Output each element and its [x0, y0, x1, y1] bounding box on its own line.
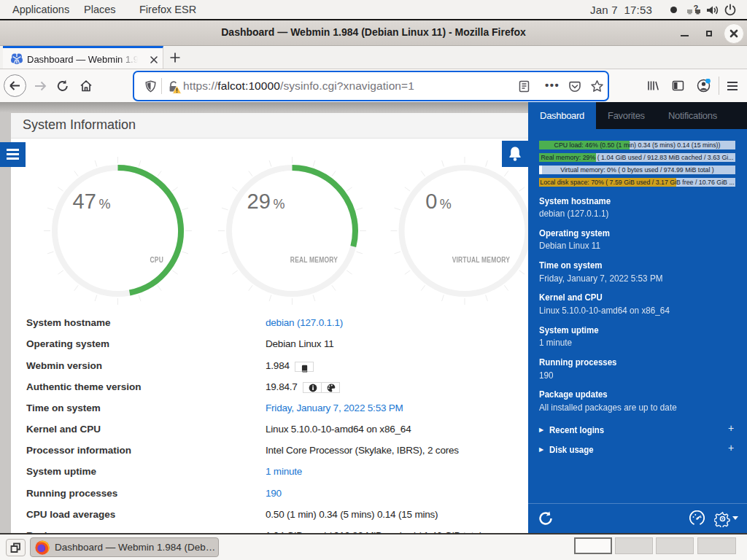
svg-text:?: ? [694, 4, 699, 12]
